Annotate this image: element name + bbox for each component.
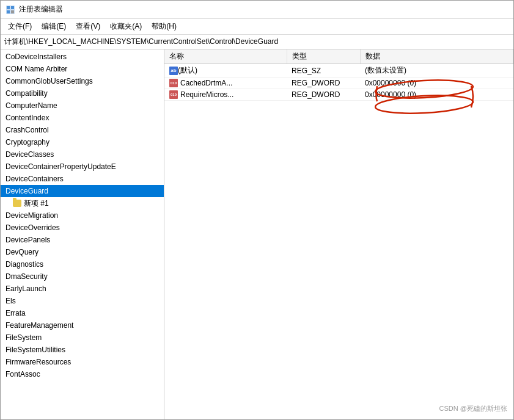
tree-item[interactable]: ComputerName [1, 100, 164, 112]
svg-rect-2 [11, 6, 14, 9]
reg-name-cell: 010CachedDrtmA... [164, 78, 287, 89]
col-header-data: 数据 [360, 49, 513, 64]
tree-item[interactable]: CommonGlobUserSettings [1, 75, 164, 87]
tree-item[interactable]: FileSystemUtilities [1, 344, 164, 356]
tree-item[interactable]: FirmwareResources [1, 356, 164, 368]
svg-rect-3 [7, 10, 10, 13]
tree-item[interactable]: Diagnostics [1, 258, 164, 270]
tree-item[interactable]: DeviceMigration [1, 209, 164, 222]
reg-name-text: CachedDrtmA... [180, 79, 232, 87]
col-header-type: 类型 [287, 49, 360, 64]
regedit-icon [6, 5, 15, 15]
tree-item[interactable]: Els [1, 295, 164, 307]
menu-favorites[interactable]: 收藏夹(A) [105, 20, 147, 33]
tree-item[interactable]: EarlyLaunch [1, 283, 164, 295]
right-pane-container: 名称 类型 数据 ab(默认)REG_SZ(数值未设置)010CachedDrt… [164, 49, 513, 419]
tree-item[interactable]: ContentIndex [1, 112, 164, 124]
tree-item[interactable]: FontAssoc [1, 368, 164, 380]
reg-type-cell: REG_DWORD [287, 78, 360, 89]
tree-item[interactable]: COM Name Arbiter [1, 63, 164, 75]
reg-type-cell: REG_DWORD [287, 89, 360, 101]
tree-item[interactable]: Cryptography [1, 136, 164, 148]
window: 注册表编辑器 文件(F) 编辑(E) 查看(V) 收藏夹(A) 帮助(H) 计算… [0, 0, 514, 420]
tree-item[interactable]: 新项 #1 [1, 197, 164, 209]
reg-icon-ab: ab [169, 67, 178, 75]
reg-data-cell: 0x00000000 (0) [360, 89, 513, 101]
tree-item[interactable]: DeviceContainers [1, 173, 164, 185]
reg-name-text: RequireMicros... [180, 90, 233, 99]
title-text: 注册表编辑器 [19, 4, 63, 15]
tree-container: CoDeviceInstallersCOM Name ArbiterCommon… [1, 51, 164, 380]
tree-item[interactable]: CrashControl [1, 124, 164, 136]
address-bar: 计算机\HKEY_LOCAL_MACHINE\SYSTEM\CurrentCon… [1, 35, 513, 49]
reg-data-cell: 0x00000000 (0) [360, 78, 513, 89]
tree-item[interactable]: DeviceOverrides [1, 222, 164, 234]
svg-rect-1 [7, 6, 10, 9]
registry-tbody: ab(默认)REG_SZ(数值未设置)010CachedDrtmA...REG_… [164, 64, 513, 101]
reg-name-cell: ab(默认) [164, 64, 287, 78]
tree-item[interactable]: FeatureManagement [1, 319, 164, 331]
tree-item[interactable]: Errata [1, 307, 164, 319]
tree-item[interactable]: FileSystem [1, 331, 164, 344]
tree-item[interactable]: DmaSecurity [1, 270, 164, 283]
tree-item[interactable]: Compatibility [1, 87, 164, 100]
tree-item[interactable]: DeviceClasses [1, 148, 164, 161]
folder-icon [13, 200, 21, 207]
menu-help[interactable]: 帮助(H) [147, 20, 182, 33]
reg-data-cell: (数值未设置) [360, 64, 513, 78]
tree-item[interactable]: DeviceGuard [1, 185, 164, 197]
tree-item[interactable]: DevicePanels [1, 234, 164, 246]
reg-icon-dword: 010 [169, 79, 178, 87]
table-row[interactable]: ab(默认)REG_SZ(数值未设置) [164, 64, 513, 78]
title-bar: 注册表编辑器 [1, 1, 513, 19]
reg-name-text: (默认) [178, 65, 197, 76]
menu-file[interactable]: 文件(F) [3, 20, 37, 33]
menu-view[interactable]: 查看(V) [71, 20, 105, 33]
tree-item[interactable]: DevQuery [1, 246, 164, 258]
table-row[interactable]: 010RequireMicros...REG_DWORD0x00000000 (… [164, 89, 513, 101]
menu-edit[interactable]: 编辑(E) [37, 20, 71, 33]
table-row[interactable]: 010CachedDrtmA...REG_DWORD0x00000000 (0) [164, 78, 513, 89]
main-content: CoDeviceInstallersCOM Name ArbiterCommon… [1, 49, 513, 419]
reg-icon-dword: 010 [169, 90, 178, 99]
registry-table: 名称 类型 数据 ab(默认)REG_SZ(数值未设置)010CachedDrt… [164, 49, 513, 101]
tree-item[interactable]: DeviceContainerPropertyUpdateE [1, 161, 164, 173]
tree-item-label: 新项 #1 [24, 198, 49, 209]
col-header-name: 名称 [164, 49, 287, 64]
watermark: CSDN @死磕的斯坦张 [439, 404, 507, 413]
left-pane: CoDeviceInstallersCOM Name ArbiterCommon… [1, 49, 164, 419]
address-text: 计算机\HKEY_LOCAL_MACHINE\SYSTEM\CurrentCon… [4, 37, 278, 47]
tree-item[interactable]: CoDeviceInstallers [1, 51, 164, 63]
menu-bar: 文件(F) 编辑(E) 查看(V) 收藏夹(A) 帮助(H) [1, 19, 513, 35]
reg-name-cell: 010RequireMicros... [164, 89, 287, 101]
reg-type-cell: REG_SZ [287, 64, 360, 78]
svg-rect-4 [11, 10, 14, 13]
